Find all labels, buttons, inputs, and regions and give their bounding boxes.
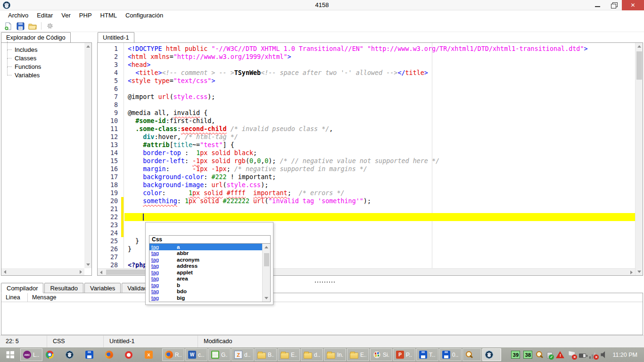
tree-vertical-scrollbar[interactable]: [84, 43, 91, 268]
taskbar-button-opera[interactable]: [123, 348, 141, 361]
word-icon: W: [188, 351, 196, 359]
scroll-down-arrow-icon[interactable]: [637, 271, 641, 273]
taskbar-button-floppy[interactable]: 0...: [439, 348, 462, 361]
new-file-icon: [4, 22, 12, 30]
tree-item-includes[interactable]: Includes: [3, 46, 83, 54]
taskbar-button-paw[interactable]: [63, 348, 82, 361]
scroll-up-arrow-icon[interactable]: [86, 45, 90, 48]
taskbar-button-chrome[interactable]: [43, 348, 62, 361]
taskbar-button-label: B...: [268, 352, 274, 358]
taskbar-button-ppt[interactable]: PP...: [393, 348, 415, 361]
splitter-handle[interactable]: [315, 281, 336, 283]
bottom-tab-resultado[interactable]: Resultado: [44, 283, 83, 293]
line-number: 15: [98, 157, 124, 165]
minimize-button[interactable]: [590, 0, 606, 10]
taskbar-clock[interactable]: 11:20 PM: [611, 352, 641, 358]
scroll-left-arrow-icon[interactable]: [4, 270, 6, 274]
taskbar-button-floppy[interactable]: T...: [416, 348, 438, 361]
panel-splitter[interactable]: [0, 279, 644, 283]
autocomplete-item-big[interactable]: tagbig: [149, 295, 270, 301]
restore-button[interactable]: [606, 0, 622, 10]
taskbar-button-xampp[interactable]: X: [142, 348, 161, 361]
window-title: 4158: [0, 0, 644, 10]
editor-vertical-scrollbar[interactable]: [635, 43, 643, 275]
menu-archivo[interactable]: Archivo: [4, 10, 33, 20]
popup-scrollbar[interactable]: [262, 244, 270, 302]
item-name: bdo: [177, 288, 187, 294]
windows-logo-icon: [6, 351, 14, 359]
tree-horizontal-scrollbar[interactable]: [1, 268, 84, 275]
tray-count-badge[interactable]: 38: [523, 351, 532, 359]
autocomplete-item-address[interactable]: tagaddress: [149, 263, 270, 270]
taskbar-button-palette[interactable]: Si...: [370, 348, 392, 361]
tray-magnifier-icon[interactable]: [536, 351, 544, 359]
scroll-up-arrow-icon[interactable]: [264, 246, 268, 248]
tray-battery-icon[interactable]: [579, 354, 586, 358]
start-button[interactable]: [0, 347, 20, 362]
line-number: 6: [98, 85, 124, 93]
paw-icon: [485, 351, 493, 359]
line-number: 23: [98, 221, 124, 229]
scroll-down-arrow-icon[interactable]: [86, 263, 90, 266]
column-header-line[interactable]: Linea: [1, 293, 28, 302]
taskbar-button-paw[interactable]: [482, 348, 501, 361]
autocomplete-item-area[interactable]: tagarea: [149, 276, 270, 282]
item-kind-label: tag: [151, 270, 177, 275]
scrollbar-thumb[interactable]: [636, 51, 642, 80]
taskbar-button-firefox[interactable]: R...: [162, 348, 184, 361]
menu-configuración[interactable]: Configuración: [121, 10, 167, 20]
scroll-right-arrow-icon[interactable]: [80, 270, 82, 274]
taskbar-button-magnifier[interactable]: [462, 348, 481, 361]
taskbar-button-abc[interactable]: ABCL...: [20, 348, 42, 361]
menu-html[interactable]: HTML: [96, 10, 121, 20]
scroll-right-arrow-icon[interactable]: [630, 271, 633, 274]
taskbar-button-folder[interactable]: In...: [324, 348, 346, 361]
menu-ver[interactable]: Ver: [57, 10, 75, 20]
menu-editar[interactable]: Editar: [33, 10, 57, 20]
close-button[interactable]: ✕: [622, 0, 644, 10]
bottom-tab-compilador[interactable]: Compilador: [1, 283, 43, 293]
floppy-icon: [419, 351, 427, 359]
column-header-message[interactable]: Mensage: [28, 293, 56, 302]
tree-item-classes[interactable]: Classes: [3, 54, 83, 63]
editor-tab[interactable]: Untitled-1: [98, 32, 134, 43]
taskbar-button-firefox[interactable]: [103, 348, 122, 361]
scroll-left-arrow-icon[interactable]: [100, 271, 102, 274]
taskbar-button-floppy[interactable]: [83, 348, 102, 361]
new-file-button[interactable]: [3, 21, 13, 31]
tray-network-icon[interactable]: ✕: [589, 351, 597, 359]
chrome-icon: [46, 351, 54, 359]
tray-count-badge[interactable]: 39: [511, 351, 520, 359]
autocomplete-item-a[interactable]: taga: [149, 244, 270, 250]
tree-item-variables[interactable]: Variables: [3, 71, 83, 80]
taskbar-button-folder[interactable]: d...: [301, 348, 323, 361]
taskbar-button-zicon[interactable]: Zd...: [231, 348, 254, 361]
taskbar-button-folder[interactable]: E...: [278, 348, 300, 361]
menu-php[interactable]: PHP: [75, 10, 96, 20]
scroll-up-arrow-icon[interactable]: [637, 45, 641, 48]
tray-usb-icon[interactable]: ✓: [547, 352, 553, 359]
xampp-icon: X: [145, 351, 153, 359]
open-button[interactable]: [27, 21, 38, 31]
bottom-tab-variables[interactable]: Variables: [84, 283, 121, 293]
item-name: acronym: [177, 257, 199, 263]
taskbar-button-notepad[interactable]: G...: [208, 348, 231, 361]
tray-flag-icon[interactable]: ✕: [568, 351, 576, 359]
autocomplete-item-abbr[interactable]: tagabbr: [149, 250, 270, 257]
tray-speaker-icon[interactable]: [601, 351, 607, 359]
autocomplete-list[interactable]: tagatagabbrtagacronymtagaddresstagapplet…: [149, 243, 271, 302]
tree-item-functions[interactable]: Functions: [3, 63, 83, 71]
settings-button[interactable]: [45, 21, 55, 31]
paw-icon: [66, 351, 74, 359]
scroll-down-arrow-icon[interactable]: [264, 297, 268, 299]
taskbar-button-folder[interactable]: E...: [347, 348, 369, 361]
autocomplete-item-acronym[interactable]: tagacronym: [149, 256, 270, 263]
save-button[interactable]: [15, 21, 25, 31]
autocomplete-item-b[interactable]: tagb: [149, 282, 270, 288]
autocomplete-item-bdo[interactable]: tagbdo: [149, 288, 270, 295]
taskbar-button-word[interactable]: Wc...: [185, 348, 207, 361]
tray-warning-icon[interactable]: !: [556, 351, 564, 358]
taskbar-button-folder[interactable]: B...: [255, 348, 277, 361]
scrollbar-thumb[interactable]: [264, 253, 269, 266]
autocomplete-item-applet[interactable]: tagapplet: [149, 269, 270, 276]
